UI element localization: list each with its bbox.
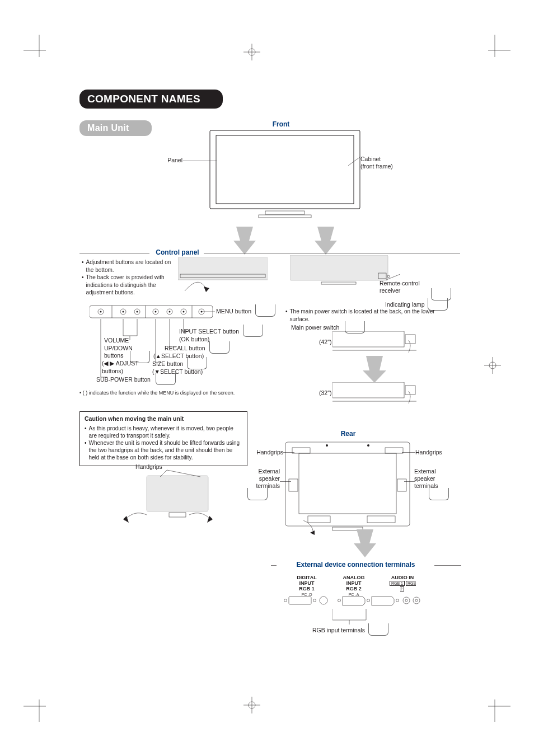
arrow-curved-icon xyxy=(302,520,315,535)
svg-line-20 xyxy=(386,274,400,280)
reference-box xyxy=(255,304,275,317)
svg-rect-5 xyxy=(265,211,305,214)
svg-point-90 xyxy=(396,599,399,602)
input-select-label: INPUT SELECT button xyxy=(179,328,239,336)
sub-power-label: SUB-POWER button xyxy=(96,376,151,383)
reference-box xyxy=(209,341,229,354)
reference-box xyxy=(156,373,176,385)
svg-rect-13 xyxy=(178,257,268,280)
svg-rect-67 xyxy=(292,448,310,453)
caution-box: Caution when moving the main unit •As th… xyxy=(79,411,247,466)
svg-rect-59 xyxy=(147,476,208,511)
control-panel-corner-diagram xyxy=(178,257,268,297)
handgrip-left-label: Handgrips xyxy=(254,449,283,456)
back-panel-32-diagram xyxy=(332,382,416,406)
caution-title: Caution when moving the main unit xyxy=(85,415,242,423)
svg-rect-65 xyxy=(285,442,410,526)
handgrip-right-label: Handgrips xyxy=(415,449,442,456)
ext-speaker-left-label: External speaker terminals xyxy=(241,468,280,490)
remote-receiver-label: Remote-control receiver xyxy=(380,280,433,294)
svg-point-84 xyxy=(284,599,287,602)
svg-point-87 xyxy=(320,597,327,604)
control-panel-heading: Control panel xyxy=(149,248,205,256)
svg-point-89 xyxy=(367,599,370,602)
svg-point-94 xyxy=(415,599,418,602)
front-heading: Front xyxy=(259,120,303,128)
svg-point-92 xyxy=(405,599,407,602)
svg-rect-68 xyxy=(385,448,403,453)
recall-button-label: RECALL button xyxy=(165,345,205,351)
size-32-label: (32") xyxy=(319,389,331,396)
svg-rect-60 xyxy=(169,513,186,517)
audio-in-label: AUDIO IN RGB 1RGB 2 xyxy=(386,575,419,592)
menu-button-label: MENU button xyxy=(216,308,251,314)
svg-rect-53 xyxy=(405,335,415,344)
ext-terminals-heading: External device connection terminals xyxy=(279,561,433,569)
reference-box xyxy=(187,357,207,369)
main-unit-heading: Main Unit xyxy=(79,120,152,136)
main-power-note: •The main power switch is located at the… xyxy=(285,308,439,323)
ok-button-label: (OK button) xyxy=(179,336,209,342)
cabinet-label: Cabinet (front frame) xyxy=(360,156,411,170)
svg-line-8 xyxy=(348,157,360,166)
svg-point-93 xyxy=(413,597,420,604)
section-title: COMPONENT NAMES xyxy=(79,90,223,109)
indicating-lamp-label: Indicating lamp xyxy=(385,301,425,308)
front-diagram xyxy=(209,130,360,225)
svg-point-91 xyxy=(403,597,410,604)
svg-rect-6 xyxy=(259,215,311,218)
reference-box xyxy=(368,623,388,636)
back-panel-42-diagram xyxy=(332,331,416,355)
arrow-down-icon xyxy=(315,227,337,255)
size-42-label: (42") xyxy=(319,339,331,345)
svg-marker-15 xyxy=(204,287,209,292)
arrow-down-icon xyxy=(354,529,376,557)
svg-rect-56 xyxy=(405,386,415,395)
reference-box xyxy=(243,325,263,337)
svg-marker-58 xyxy=(363,356,386,383)
reference-box xyxy=(429,488,449,500)
svg-rect-16 xyxy=(290,255,388,280)
reference-box xyxy=(247,488,268,500)
control-panel-notes: •Adjustment buttons are located on the b… xyxy=(82,259,177,297)
arrow-down-icon xyxy=(233,227,256,255)
connector-row xyxy=(282,593,422,610)
svg-marker-10 xyxy=(315,227,337,255)
arrow-down-icon xyxy=(332,356,416,384)
svg-marker-9 xyxy=(233,227,256,255)
ext-speaker-right-label: External speaker terminals xyxy=(414,468,453,490)
svg-rect-66 xyxy=(299,453,396,514)
svg-marker-80 xyxy=(354,529,376,557)
rear-heading: Rear xyxy=(331,430,365,438)
size-button-label: SIZE button xyxy=(152,360,183,367)
svg-rect-75 xyxy=(367,516,395,523)
main-power-switch-label: Main power switch xyxy=(291,324,339,331)
svg-rect-55 xyxy=(332,382,404,398)
svg-point-86 xyxy=(313,599,316,602)
svg-point-72 xyxy=(326,444,328,447)
rgb-input-label: RGB input terminals xyxy=(312,627,365,633)
svg-point-88 xyxy=(338,599,341,602)
paren-note: • ( ) indicates the function while the M… xyxy=(79,390,278,396)
svg-rect-4 xyxy=(216,135,354,204)
svg-marker-81 xyxy=(310,530,315,535)
lifting-diagram xyxy=(113,464,225,537)
svg-rect-85 xyxy=(289,597,311,604)
panel-label: Panel xyxy=(154,157,182,163)
svg-point-73 xyxy=(367,444,369,447)
svg-rect-17 xyxy=(321,282,356,284)
rgb-leader xyxy=(332,609,372,626)
adjust-buttons-label: (◀ ▶ ADJUST buttons) xyxy=(102,360,139,375)
svg-rect-52 xyxy=(332,331,404,347)
